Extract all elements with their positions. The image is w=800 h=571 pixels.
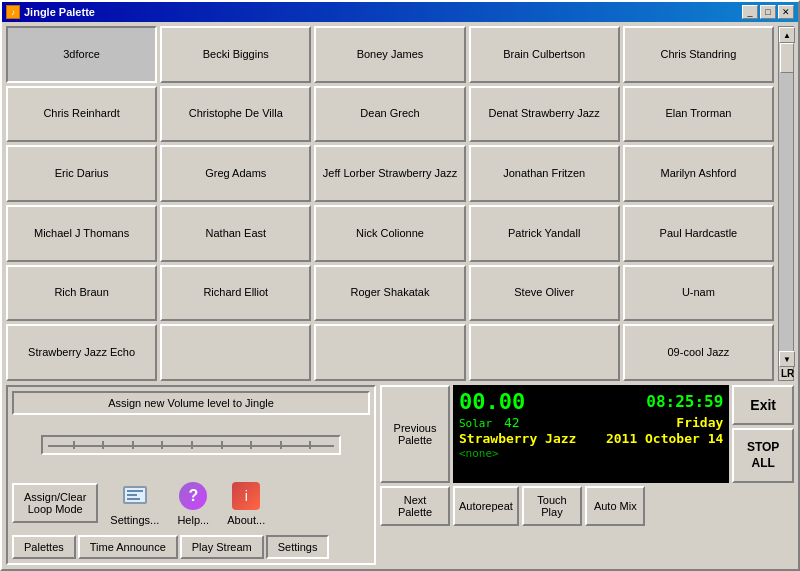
action-row: Autorepeat Touch Play Auto Mix [453,486,645,526]
jingle-button[interactable]: Brain Culbertson [469,26,620,83]
jingle-button[interactable]: Elan Trorman [623,86,774,143]
artist-label: Solar [459,417,492,430]
scroll-up-button[interactable]: ▲ [779,27,795,43]
date-display: 2011 October 14 [606,431,723,446]
scrollbar: ▲ ▼ L R [778,26,794,381]
auto-mix-button[interactable]: Auto Mix [585,486,645,526]
jingle-button[interactable]: Becki Biggins [160,26,311,83]
right-controls: PreviousPalette 00.00 08:25:59 Solar 42 [380,385,794,565]
help-label: Help... [177,514,209,526]
jingle-grid: 3dforceBecki BigginsBoney JamesBrain Cul… [6,26,774,381]
jingle-button[interactable]: Nathan East [160,205,311,262]
artist-highlight: Strawberry Jazz [459,431,576,446]
display-panel: 00.00 08:25:59 Solar 42 Friday Strawberr… [453,385,729,483]
settings-tab[interactable]: Settings [266,535,330,559]
jingle-grid-area: 3dforceBecki BigginsBoney JamesBrain Cul… [6,26,794,381]
time-left-display: 00.00 [459,389,525,414]
stop-all-button[interactable]: STOPALL [732,428,794,483]
jingle-button[interactable]: 09-cool Jazz [623,324,774,381]
bottom-action-row: Next Palette Autorepeat Touch Play Auto … [380,486,794,526]
previous-palette-button[interactable]: PreviousPalette [380,385,450,483]
about-icon: i [230,480,262,512]
jingle-button[interactable]: Richard Elliot [160,265,311,322]
nav-display-row: PreviousPalette 00.00 08:25:59 Solar 42 [380,385,794,483]
palettes-tab[interactable]: Palettes [12,535,76,559]
touch-play-button[interactable]: Touch Play [522,486,582,526]
display-row3: Strawberry Jazz 2011 October 14 [459,431,723,446]
display-row1: 00.00 08:25:59 [459,389,723,414]
app-icon: ♪ [6,5,20,19]
jingle-button[interactable]: 3dforce [6,26,157,83]
jingle-button[interactable]: Greg Adams [160,145,311,202]
jingle-button[interactable] [160,324,311,381]
jingle-button[interactable]: Rich Braun [6,265,157,322]
about-label: About... [227,514,265,526]
time-announce-tab[interactable]: Time Announce [78,535,178,559]
volume-slider[interactable] [41,435,341,455]
bottom-tabs: Palettes Time Announce Play Stream Setti… [12,535,370,559]
settings-icon [119,480,151,512]
jingle-button[interactable]: Denat Strawberry Jazz [469,86,620,143]
volume-slider-container [12,418,370,471]
scroll-down-button[interactable]: ▼ [779,351,795,367]
jingle-button[interactable]: Jeff Lorber Strawberry Jazz [314,145,465,202]
bottom-area: Assign new Volume level to Jingle [6,385,794,565]
close-button[interactable]: ✕ [778,5,794,19]
loop-mode-button[interactable]: Assign/ClearLoop Mode [12,483,98,523]
settings-button[interactable]: Settings... [104,474,165,532]
volume-label: Assign new Volume level to Jingle [12,391,370,415]
jingle-button[interactable]: Christophe De Villa [160,86,311,143]
next-palette-button[interactable]: Next Palette [380,486,450,526]
jingle-button[interactable]: Michael J Thomans [6,205,157,262]
main-window: ♪ Jingle Palette _ □ ✕ 3dforceBecki Bigg… [0,0,800,571]
jingle-button[interactable]: Roger Shakatak [314,265,465,322]
none-display: <none> [459,447,723,460]
jingle-button[interactable]: Boney James [314,26,465,83]
title-buttons: _ □ ✕ [742,5,794,19]
lr-labels: L R [779,367,793,380]
jingle-button[interactable]: Chris Standring [623,26,774,83]
jingle-button[interactable]: Chris Reinhardt [6,86,157,143]
spacer [648,486,716,526]
scroll-thumb[interactable] [780,43,794,73]
svg-rect-3 [127,494,137,496]
jingle-button[interactable]: Nick Colionne [314,205,465,262]
left-controls: Assign new Volume level to Jingle [6,385,376,565]
autorepeat-button[interactable]: Autorepeat [453,486,519,526]
help-icon: ? [177,480,209,512]
svg-rect-2 [127,490,143,492]
window-title: Jingle Palette [24,6,95,18]
display-number: 42 [504,415,520,430]
play-stream-tab[interactable]: Play Stream [180,535,264,559]
jingle-button[interactable]: Steve Oliver [469,265,620,322]
jingle-button[interactable]: Dean Grech [314,86,465,143]
main-content: 3dforceBecki BigginsBoney JamesBrain Cul… [2,22,798,569]
exit-stop-column: Exit STOPALL [732,385,794,483]
minimize-button[interactable]: _ [742,5,758,19]
jingle-button[interactable]: Strawberry Jazz Echo [6,324,157,381]
r-label: R [787,368,794,379]
jingle-button[interactable] [469,324,620,381]
about-button[interactable]: i About... [221,474,271,532]
day-label: Friday [676,415,723,430]
display-row2: Solar 42 Friday [459,415,723,430]
title-bar: ♪ Jingle Palette _ □ ✕ [2,2,798,22]
jingle-button[interactable]: Marilyn Ashford [623,145,774,202]
jingle-button[interactable]: Patrick Yandall [469,205,620,262]
jingle-button[interactable] [314,324,465,381]
maximize-button[interactable]: □ [760,5,776,19]
settings-label: Settings... [110,514,159,526]
jingle-button[interactable]: U-nam [623,265,774,322]
jingle-button[interactable]: Paul Hardcastle [623,205,774,262]
display-artist-info: Solar 42 [459,415,520,430]
exit-button[interactable]: Exit [732,385,794,425]
help-button[interactable]: ? Help... [171,474,215,532]
jingle-button[interactable]: Eric Darius [6,145,157,202]
scroll-track[interactable] [779,43,793,351]
svg-rect-4 [127,498,140,500]
time-right-display: 08:25:59 [646,392,723,411]
jingle-button[interactable]: Jonathan Fritzen [469,145,620,202]
icon-row: Assign/ClearLoop Mode Settings... [12,474,370,532]
